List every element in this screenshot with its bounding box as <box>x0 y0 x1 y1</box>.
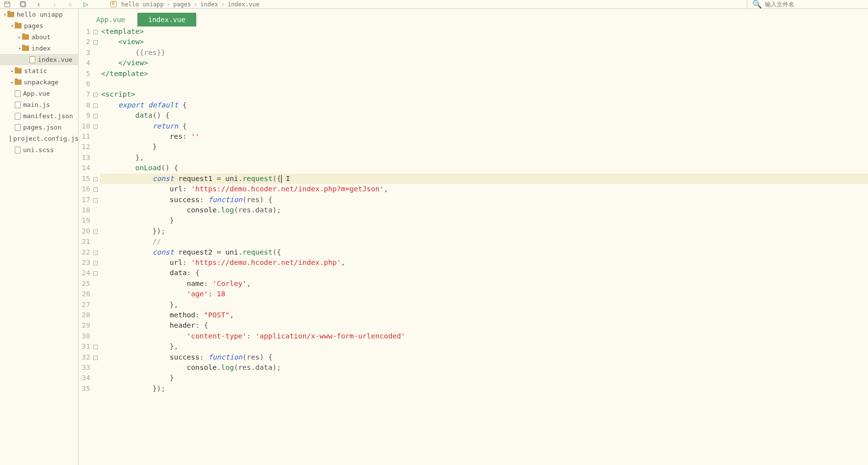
code-line[interactable]: }, <box>100 300 868 310</box>
fold-marker[interactable] <box>93 362 100 373</box>
fold-marker[interactable]: - <box>93 341 100 352</box>
code-line[interactable] <box>100 79 868 89</box>
forward-icon[interactable]: › <box>51 1 58 8</box>
code-line[interactable]: res: '' <box>100 131 868 142</box>
code-line[interactable]: 'content-type': 'application/x-www-form-… <box>100 331 868 341</box>
code-line[interactable]: data() { <box>100 110 868 121</box>
fold-marker[interactable]: - <box>93 121 100 131</box>
chevron-icon[interactable]: ▸ <box>17 34 22 40</box>
tab-app-vue[interactable]: App.vue <box>85 13 136 26</box>
code-line[interactable]: </view> <box>100 58 868 68</box>
code-line[interactable]: }); <box>100 226 868 236</box>
breadcrumb-item[interactable]: pages <box>173 1 191 8</box>
code-line[interactable]: }, <box>100 341 868 352</box>
fold-marker[interactable] <box>93 69 100 79</box>
tab-index-vue[interactable]: index.vue <box>137 13 196 26</box>
fold-marker[interactable] <box>93 236 100 247</box>
code-line[interactable]: <view> <box>100 37 868 47</box>
code-line[interactable]: data: { <box>100 268 868 278</box>
fold-marker[interactable] <box>93 331 100 341</box>
fold-marker[interactable]: - <box>93 89 100 100</box>
file-tree[interactable]: ▾hello uniapp▾pages▸about▾indexindex.vue… <box>0 9 79 465</box>
fold-marker[interactable]: - <box>93 37 100 47</box>
fold-marker[interactable] <box>93 163 100 173</box>
tree-item-main-js[interactable]: main.js <box>0 99 78 110</box>
back-icon[interactable]: ‹ <box>35 1 42 8</box>
fold-column[interactable]: -- ---- --- - --- -- <box>93 26 100 465</box>
tree-item-App-vue[interactable]: App.vue <box>0 88 78 99</box>
code-line[interactable]: export default { <box>100 100 868 110</box>
fold-marker[interactable]: - <box>93 247 100 258</box>
code-line[interactable]: success: function(res) { <box>100 352 868 362</box>
fold-marker[interactable] <box>93 310 100 320</box>
code-line[interactable]: return { <box>100 121 868 131</box>
fold-marker[interactable]: - <box>93 268 100 278</box>
chevron-icon[interactable]: ▸ <box>10 68 15 74</box>
code-line[interactable]: }, <box>100 153 868 163</box>
code-line[interactable]: url: 'https://demo.hcoder.net/index.php'… <box>100 258 868 268</box>
fold-marker[interactable] <box>93 279 100 289</box>
code-line[interactable]: name: 'Corley', <box>100 279 868 289</box>
tree-item-about[interactable]: ▸about <box>0 31 78 43</box>
save-all-icon[interactable] <box>20 1 26 8</box>
fold-marker[interactable] <box>93 79 100 89</box>
fold-marker[interactable] <box>93 289 100 299</box>
code-line[interactable]: console.log(res.data); <box>100 205 868 215</box>
tree-item-project-config-json[interactable]: project.config.json <box>0 133 78 144</box>
fold-marker[interactable]: - <box>93 184 100 194</box>
tree-item-pages[interactable]: ▾pages <box>0 20 78 31</box>
fold-marker[interactable]: - <box>93 100 100 110</box>
code-line[interactable]: const request2 = uni.request({ <box>100 247 868 258</box>
fold-marker[interactable] <box>93 58 100 68</box>
code-line[interactable]: onLoad() { <box>100 163 868 173</box>
breadcrumb-item[interactable]: hello uniapp <box>121 1 164 8</box>
fold-marker[interactable] <box>93 384 100 394</box>
chevron-icon[interactable]: ▾ <box>2 12 7 17</box>
code-line[interactable]: } <box>100 142 868 152</box>
tree-item-unpackage[interactable]: ▸unpackage <box>0 77 78 88</box>
chevron-icon[interactable]: ▸ <box>10 79 15 85</box>
tree-item-index[interactable]: ▾index <box>0 43 78 54</box>
tree-item-index-vue[interactable]: index.vue <box>0 54 78 65</box>
fold-marker[interactable]: - <box>93 110 100 121</box>
code-line[interactable]: url: 'https://demo.hcoder.net/index.php?… <box>100 184 868 194</box>
fold-marker[interactable] <box>93 300 100 310</box>
fold-marker[interactable] <box>93 153 100 163</box>
tree-item-pages-json[interactable]: pages.json <box>0 122 78 133</box>
code-line[interactable]: const request1 = uni.request({ I <box>100 174 868 184</box>
run-icon[interactable]: ▷ <box>82 1 89 8</box>
code-line[interactable]: </template> <box>100 69 868 79</box>
code-line[interactable]: 'age': 18 <box>100 289 868 299</box>
fold-marker[interactable] <box>93 215 100 226</box>
code-line[interactable]: header: { <box>100 320 868 331</box>
code-line[interactable]: }); <box>100 384 868 394</box>
chevron-icon[interactable]: ▾ <box>10 23 15 28</box>
code-line[interactable]: <template> <box>100 26 868 37</box>
search-icon[interactable]: 🔍 <box>752 0 762 9</box>
fold-marker[interactable]: - <box>93 226 100 236</box>
code-line[interactable]: success: function(res) { <box>100 195 868 205</box>
fold-marker[interactable]: - <box>93 26 100 37</box>
fold-marker[interactable] <box>93 320 100 331</box>
fold-marker[interactable]: - <box>93 174 100 184</box>
chevron-icon[interactable]: ▾ <box>17 46 22 51</box>
code-line[interactable]: } <box>100 215 868 226</box>
code-editor[interactable]: 1234567891011121314151617181920212223242… <box>79 26 868 465</box>
code-line[interactable]: {{res}} <box>100 48 868 58</box>
tree-item-static[interactable]: ▸static <box>0 65 78 77</box>
code-line[interactable]: // <box>100 236 868 247</box>
code-line[interactable]: } <box>100 373 868 383</box>
fold-marker[interactable] <box>93 205 100 215</box>
tree-item-uni-scss[interactable]: uni.scss <box>0 144 78 155</box>
save-icon[interactable] <box>4 1 11 8</box>
fold-marker[interactable] <box>93 142 100 152</box>
code-line[interactable]: method: "POST", <box>100 310 868 320</box>
tree-item-hello-uniapp[interactable]: ▾hello uniapp <box>0 9 78 20</box>
breadcrumb-item[interactable]: index <box>200 1 218 8</box>
code-content[interactable]: <template> <view> {{res}} </view></templ… <box>100 26 868 465</box>
star-icon[interactable]: ☆ <box>67 1 74 8</box>
fold-marker[interactable] <box>93 48 100 58</box>
fold-marker[interactable]: - <box>93 258 100 268</box>
fold-marker[interactable] <box>93 131 100 142</box>
tree-item-manifest-json[interactable]: manifest.json <box>0 110 78 122</box>
